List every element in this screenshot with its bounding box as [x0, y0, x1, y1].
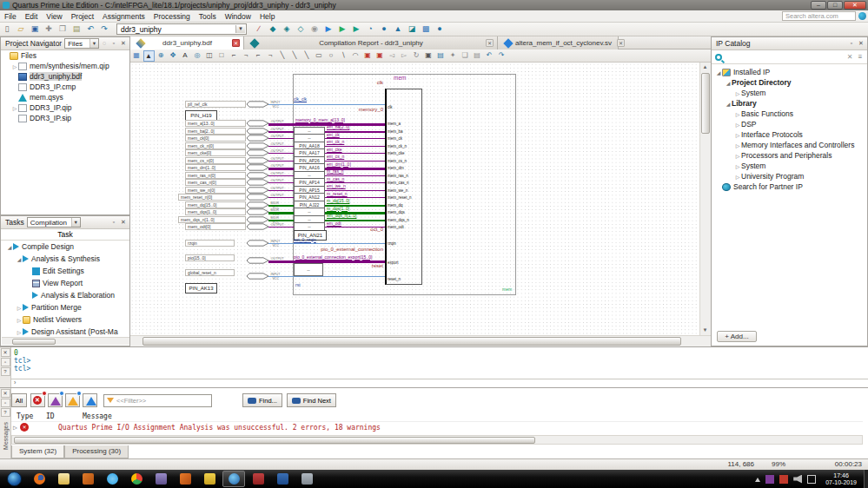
- pin-mem_ras_n[interactable]: mem_ras_n[0]: [185, 172, 246, 179]
- file-tree-item[interactable]: DDR3_IP.sip: [1, 113, 129, 123]
- analysis-icon[interactable]: ▶: [336, 23, 348, 35]
- pin-mem_cs_n[interactable]: mem_cs_n[0]: [185, 157, 246, 164]
- warning-filter-button[interactable]: [65, 393, 80, 407]
- pin-symbol-mem_dq[interactable]: [246, 201, 269, 208]
- pin-symbol-pll_ref_clk[interactable]: [246, 101, 269, 108]
- pin-symbol-mem_a[interactable]: [246, 120, 269, 127]
- detach-icon[interactable]: ▦: [131, 50, 142, 62]
- taskbar-explorer[interactable]: [52, 471, 75, 487]
- start-compilation-icon[interactable]: ▶: [322, 23, 335, 35]
- find-icon[interactable]: ◎: [192, 50, 203, 62]
- show-desktop-button[interactable]: [864, 470, 868, 488]
- pin-rzqin[interactable]: rzqin: [185, 240, 235, 247]
- canvas-vscrollbar[interactable]: ▲ ▼: [699, 63, 711, 335]
- tcl-input[interactable]: ›: [11, 379, 868, 387]
- oval-icon[interactable]: ○: [326, 50, 337, 62]
- stamp-icon[interactable]: ✦: [447, 50, 459, 62]
- compile-diamond-icon[interactable]: ◈: [281, 23, 293, 35]
- ip-tree-item[interactable]: ◢Installed IP: [712, 67, 867, 77]
- file-tree-item[interactable]: ddr3_uniphy.bdf: [1, 71, 129, 82]
- canvas-hscrollbar[interactable]: [130, 335, 711, 346]
- help-icon[interactable]: ?: [1, 367, 10, 376]
- copy-icon[interactable]: ❐: [56, 23, 69, 35]
- partition2-icon[interactable]: ▣: [374, 50, 386, 62]
- pin-mem_dm[interactable]: mem_dm[1..0]: [185, 164, 246, 171]
- menu-window[interactable]: Window: [221, 12, 255, 21]
- taskbar-acrobat[interactable]: [247, 471, 269, 487]
- redo-icon[interactable]: ↷: [98, 23, 110, 35]
- project-navigator-combo[interactable]: Files▼: [64, 38, 99, 49]
- save-icon[interactable]: ▣: [29, 23, 41, 35]
- orth-bus-icon[interactable]: ⌐: [253, 50, 264, 62]
- netlist-icon[interactable]: ●: [378, 23, 390, 35]
- float-icon[interactable]: ▫: [1, 399, 10, 407]
- tray-app-icon[interactable]: [765, 475, 774, 484]
- message-column-header[interactable]: Type: [11, 412, 46, 421]
- taskbar-misc-app[interactable]: [295, 471, 318, 487]
- panel-close-icon[interactable]: ✕: [119, 218, 128, 227]
- task-tree-item[interactable]: ◢Analysis & Synthesis: [1, 253, 129, 265]
- pin-mem_reset_n[interactable]: mem_reset_n[0]: [178, 194, 246, 201]
- add-ip-button[interactable]: + Add...: [717, 331, 757, 342]
- taskbar-quartus[interactable]: [222, 471, 245, 487]
- pin-symbol-export[interactable]: [246, 257, 269, 264]
- tray-expand-icon[interactable]: [755, 477, 760, 482]
- hand-icon[interactable]: ✥: [168, 50, 179, 62]
- diag-bus-icon[interactable]: ╲: [289, 50, 301, 62]
- new-file-icon[interactable]: ▯: [1, 23, 13, 35]
- pin-symbol-mem_ras_n[interactable]: [246, 172, 269, 179]
- volume-icon[interactable]: [793, 475, 802, 484]
- settings-diamond-icon[interactable]: ◆: [267, 23, 279, 35]
- orth-line2-icon[interactable]: ¬: [241, 50, 252, 62]
- tray-app-icon[interactable]: [779, 475, 788, 484]
- messages-tab[interactable]: Processing (30): [64, 445, 129, 458]
- ip-tree-item[interactable]: ◢Project Directory: [712, 77, 867, 88]
- tab-close-icon[interactable]: ✕: [232, 39, 240, 47]
- search-input[interactable]: Search altera.com: [782, 11, 856, 21]
- close-icon[interactable]: ✕: [1, 348, 10, 357]
- tooltip-icon[interactable]: ●: [434, 23, 446, 35]
- orth-conduit-icon[interactable]: ¬: [265, 50, 276, 62]
- pin-symbol-mem_ba[interactable]: [246, 128, 269, 135]
- pin-mem_odt[interactable]: mem_odt[0]: [185, 223, 246, 230]
- file-tree-item[interactable]: mem.qsys: [1, 92, 129, 102]
- tasks-combo[interactable]: Compilation▼: [27, 217, 81, 228]
- pin-mem_dq[interactable]: mem_dq[15..0]: [185, 201, 246, 208]
- mem-symbol-block[interactable]: [385, 89, 422, 285]
- rect-shape-icon[interactable]: ▭: [314, 50, 325, 62]
- tray-clock[interactable]: 17:4607-10-2019: [825, 472, 857, 486]
- taskbar-ie[interactable]: [101, 471, 123, 487]
- menu-assignments[interactable]: Assignments: [98, 12, 149, 21]
- menu-tools[interactable]: Tools: [195, 12, 221, 21]
- tab-altera-mem-if-oct-cyclonev-sv[interactable]: altera_mem_if_oct_cyclonev.sv✕: [498, 36, 619, 49]
- ip-search-bar[interactable]: ✕ ≡: [712, 50, 867, 64]
- ip-tree-item[interactable]: ▷Processors and Peripherals: [712, 150, 867, 161]
- ip-tree-item[interactable]: ▷System: [712, 161, 867, 171]
- pin-mem_a[interactable]: mem_a[13..0]: [185, 120, 246, 127]
- redo2-icon[interactable]: ↷: [496, 50, 507, 62]
- flip-h-icon[interactable]: ◅: [387, 50, 398, 62]
- pin-symbol-mem_we_n[interactable]: [246, 187, 269, 194]
- message-filter-input[interactable]: <<Filter>>: [103, 394, 212, 407]
- pin-reset_n[interactable]: global_reset_n: [185, 269, 235, 276]
- pin-symbol-mem_ck[interactable]: [246, 135, 269, 142]
- pin-symbol-rzqin[interactable]: [246, 240, 269, 247]
- print-icon[interactable]: ▤: [435, 50, 447, 62]
- task-tree-item[interactable]: ▷Design Assistant (Post-Ma: [1, 326, 129, 338]
- taskbar-matlab[interactable]: [174, 471, 196, 487]
- menu-help[interactable]: Help: [255, 12, 279, 21]
- menu-project[interactable]: Project: [67, 12, 98, 21]
- schematic-canvas[interactable]: memmemclkmemory_0oct_0resetpio_0_externa…: [130, 63, 699, 335]
- error-filter-button[interactable]: ✕: [30, 393, 45, 407]
- tab-ddr3-uniphy-bdf[interactable]: ddr3_uniphy.bdf✕: [130, 36, 244, 49]
- pin-pll_ref_clk[interactable]: pll_ref_clk: [185, 101, 246, 108]
- float-icon[interactable]: ▫: [1, 358, 10, 366]
- task-tree-item[interactable]: ▷Partition Merge: [1, 301, 129, 313]
- tasks-hscrollbar[interactable]: [2, 337, 129, 345]
- critical-warning-filter-button[interactable]: [48, 393, 63, 407]
- rtl-viewer-icon[interactable]: ▩: [420, 23, 432, 35]
- task-tree-item[interactable]: View Report: [1, 277, 129, 289]
- menu-file[interactable]: File: [0, 12, 21, 21]
- search-globe-icon[interactable]: [858, 12, 866, 20]
- minimize-button[interactable]: –: [811, 1, 826, 10]
